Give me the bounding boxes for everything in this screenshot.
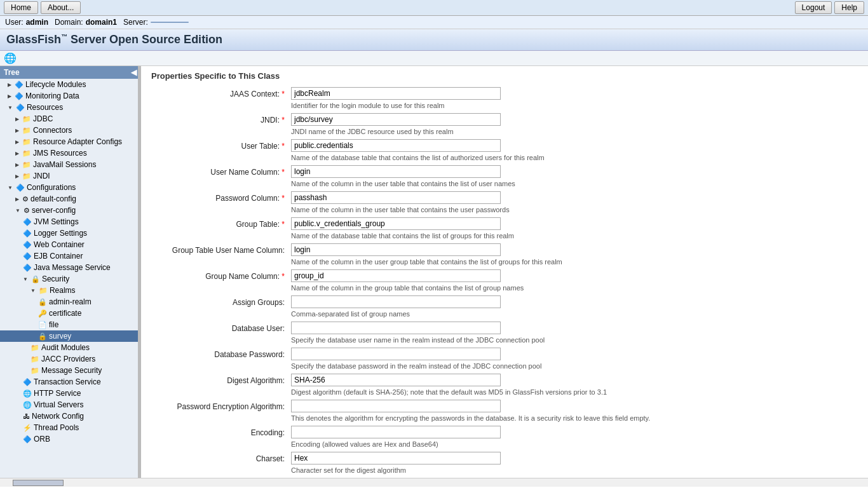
top-bar: Home About... Logout Help — [0, 0, 868, 16]
sidebar-item-lifecycle[interactable]: ▶ 🔷 Lifecycle Modules — [0, 79, 140, 90]
sidebar-item-thread-pools[interactable]: ⚡ Thread Pools — [0, 422, 140, 433]
sidebar-item-java-message[interactable]: 🔷 Java Message Service — [0, 262, 140, 273]
field-database-password: Specify the database password in the rea… — [291, 348, 858, 370]
bottom-scrollbar[interactable] — [0, 478, 868, 487]
sidebar-collapse-icon[interactable]: ◀ — [131, 68, 137, 77]
sidebar-item-network-config[interactable]: 🖧 Network Config — [0, 410, 140, 422]
form-row-assign-groups: Assign Groups: Comma-separated list of g… — [151, 295, 858, 318]
label-password-column: Password Column: * — [151, 191, 291, 203]
sidebar-item-javamail[interactable]: ▶ 📁 JavaMail Sessions — [0, 159, 140, 170]
sidebar-item-jvm-settings[interactable]: 🔷 JVM Settings — [0, 216, 140, 227]
hint-charset: Character set for the digest algorithm — [291, 466, 858, 474]
hint-password-encryption-algorithm: This denotes the algorithm for encryptin… — [291, 414, 858, 422]
tree-icon-survey: 🔒 — [38, 332, 47, 341]
sidebar-item-jdbc[interactable]: ▶ 📁 JDBC — [0, 113, 140, 125]
input-encoding[interactable] — [291, 426, 501, 438]
tree-icon-virtual-servers: 🌐 — [23, 401, 32, 409]
label-database-password: Database Password: — [151, 348, 291, 359]
sidebar-item-monitoring[interactable]: ▶ 🔷 Monitoring Data — [0, 90, 140, 102]
form-row-database-user: Database User: Specify the database user… — [151, 322, 858, 344]
help-button[interactable]: Help — [834, 1, 864, 14]
tree-icon-audit-modules: 📁 — [31, 344, 39, 352]
user-label: User: — [5, 18, 24, 27]
field-digest-algorithm: Digest algorithm (default is SHA-256); n… — [291, 374, 858, 396]
sidebar-item-virtual-servers[interactable]: 🌐 Virtual Servers — [0, 399, 140, 410]
sidebar-item-jndi[interactable]: ▶ 📁 JNDI — [0, 170, 140, 182]
input-jaas-context[interactable] — [291, 87, 501, 100]
sidebar-item-connectors[interactable]: ▶ 📁 Connectors — [0, 125, 140, 136]
user-value: admin — [26, 18, 48, 27]
form-row-group-name-column: Group Name Column: * Name of the column … — [151, 269, 858, 292]
sidebar-item-jms-resources[interactable]: ▶ 📁 JMS Resources — [0, 147, 140, 159]
tree-icon-thread-pools: ⚡ — [23, 424, 32, 432]
sidebar: Tree ◀ ▶ 🔷 Lifecycle Modules ▶ 🔷 Monitor… — [0, 66, 141, 478]
sidebar-item-server-config[interactable]: ▼ ⚙ server-config — [0, 205, 140, 216]
input-user-name-column[interactable] — [291, 165, 501, 178]
field-group-table: Name of the database table that contains… — [291, 217, 858, 240]
input-group-table[interactable] — [291, 217, 501, 230]
sidebar-item-orb[interactable]: 🔷 ORB — [0, 433, 140, 445]
hint-encoding: Encoding (allowed values are Hex and Bas… — [291, 440, 858, 448]
hint-database-user: Specify the database user name in the re… — [291, 336, 858, 344]
form-row-password-encryption-algorithm: Password Encryption Algorithm: This deno… — [151, 400, 858, 422]
sidebar-item-message-security[interactable]: 📁 Message Security — [0, 365, 140, 376]
trademark: ™ — [61, 33, 67, 40]
home-button[interactable]: Home — [4, 1, 38, 14]
tree-icon-jndi: 📁 — [22, 172, 31, 180]
input-group-table-user-name-column[interactable] — [291, 243, 501, 256]
input-database-password[interactable] — [291, 348, 501, 360]
server-value — [151, 22, 189, 23]
sidebar-item-resource-adapter[interactable]: ▶ 📁 Resource Adapter Configs — [0, 136, 140, 147]
logout-button[interactable]: Logout — [795, 1, 832, 14]
sidebar-item-web-container[interactable]: 🔷 Web Container — [0, 239, 140, 250]
input-charset[interactable] — [291, 452, 501, 464]
sidebar-resize-handle[interactable] — [138, 66, 140, 478]
tree-label-javamail: JavaMail Sessions — [33, 160, 96, 169]
sidebar-item-file[interactable]: 📄 file — [0, 319, 140, 330]
input-assign-groups[interactable] — [291, 295, 501, 308]
input-password-column[interactable] — [291, 191, 501, 204]
sidebar-item-certificate[interactable]: 🔑 certificate — [0, 308, 140, 319]
app-subtitle: Server Open Source Edition — [67, 33, 222, 46]
sidebar-item-transaction-service[interactable]: 🔷 Transaction Service — [0, 376, 140, 388]
sidebar-item-ejb-container[interactable]: 🔷 EJB Container — [0, 250, 140, 262]
tree-label-security: Security — [42, 274, 69, 283]
field-user-name-column: Name of the column in the user table tha… — [291, 165, 858, 187]
input-digest-algorithm[interactable] — [291, 374, 501, 386]
sidebar-item-security[interactable]: ▼ 🔒 Security — [0, 273, 140, 285]
input-jndi[interactable] — [291, 113, 501, 126]
sidebar-item-configurations[interactable]: ▼ 🔷 Configurations — [0, 182, 140, 193]
sidebar-item-logger-settings[interactable]: 🔷 Logger Settings — [0, 227, 140, 239]
field-assign-groups: Comma-separated list of group names — [291, 295, 858, 318]
sidebar-item-realms[interactable]: ▼ 📁 Realms — [0, 285, 140, 296]
tree-label-default-config: default-config — [31, 194, 76, 203]
tree-label-configurations: Configurations — [27, 183, 76, 192]
label-jndi: JNDI: * — [151, 113, 291, 125]
label-user-name-column: User Name Column: * — [151, 165, 291, 177]
field-password-column: Name of the column in the user table tha… — [291, 191, 858, 214]
sidebar-item-http-service[interactable]: 🌐 HTTP Service — [0, 388, 140, 399]
hint-database-password: Specify the database password in the rea… — [291, 362, 858, 370]
sidebar-item-resources[interactable]: ▼ 🔷 Resources — [0, 102, 140, 113]
sidebar-item-survey[interactable]: 🔒 survey — [0, 330, 140, 342]
sidebar-item-default-config[interactable]: ▶ ⚙ default-config — [0, 193, 140, 205]
input-group-name-column[interactable] — [291, 269, 501, 282]
tree-label-java-message: Java Message Service — [34, 263, 111, 272]
tree-icon-transaction-service: 🔷 — [23, 378, 32, 386]
sidebar-item-admin-realm[interactable]: 🔒 admin-realm — [0, 296, 140, 308]
input-user-table[interactable] — [291, 139, 501, 152]
field-user-table: Name of the database table that contains… — [291, 139, 858, 161]
tree-icon-file: 📄 — [38, 321, 47, 329]
tree-icon-web-container: 🔷 — [23, 241, 32, 249]
input-database-user[interactable] — [291, 322, 501, 334]
about-button[interactable]: About... — [41, 1, 81, 14]
sidebar-item-audit-modules[interactable]: 📁 Audit Modules — [0, 342, 140, 353]
sidebar-item-jacc-providers[interactable]: 📁 JACC Providers — [0, 353, 140, 365]
form-row-charset: Charset: Character set for the digest al… — [151, 452, 858, 474]
bottom-scrollbar-thumb[interactable] — [13, 480, 64, 486]
tree-icon-admin-realm: 🔒 — [38, 298, 47, 306]
input-password-encryption-algorithm[interactable] — [291, 400, 501, 412]
tree-icon-server-config: ⚙ — [24, 207, 30, 215]
label-group-table-user-name-column: Group Table User Name Column: — [151, 243, 291, 255]
form-container: JAAS Context: * Identifier for the login… — [151, 87, 858, 474]
